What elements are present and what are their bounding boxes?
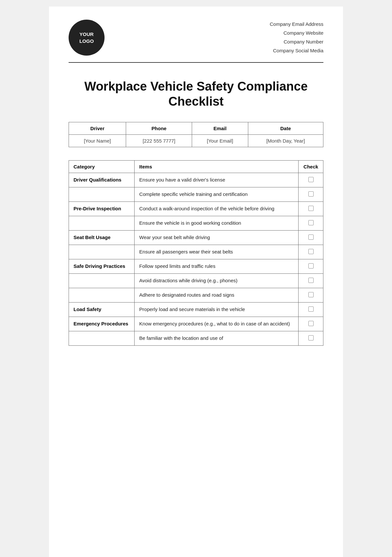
logo: YOUR LOGO [69, 20, 105, 56]
company-website: Company Website [270, 28, 323, 37]
checkbox-icon[interactable] [308, 292, 314, 297]
checklist-check-cell[interactable] [299, 216, 323, 231]
checklist-category: Load Safety [69, 303, 135, 317]
company-email: Company Email Address [270, 20, 323, 28]
checklist-header-items: Items [135, 161, 299, 173]
checklist-item: Adhere to designated routes and road sig… [135, 288, 299, 303]
checklist-item: Ensure you have a valid driver's license [135, 173, 299, 187]
checklist-row: Ensure all passengers wear their seat be… [69, 245, 323, 259]
checklist-row: Avoid distractions while driving (e.g., … [69, 274, 323, 288]
checklist-item: Wear your seat belt while driving [135, 231, 299, 245]
info-table-header-row: Driver Phone Email Date [69, 122, 323, 135]
info-header-date: Date [248, 122, 323, 135]
checklist-check-cell[interactable] [299, 288, 323, 303]
logo-line2: LOGO [79, 38, 94, 44]
checklist-check-cell[interactable] [299, 231, 323, 245]
checklist-row: Load SafetyProperly load and secure mate… [69, 303, 323, 317]
checklist-row: Driver QualificationsEnsure you have a v… [69, 173, 323, 187]
checklist-category [69, 331, 135, 346]
checkbox-icon[interactable] [308, 177, 314, 182]
checklist-check-cell[interactable] [299, 245, 323, 259]
checklist-category [69, 288, 135, 303]
checklist-header-row: Category Items Check [69, 161, 323, 173]
checkbox-icon[interactable] [308, 206, 314, 211]
checkbox-icon[interactable] [308, 321, 314, 326]
checklist-item: Ensure all passengers wear their seat be… [135, 245, 299, 259]
checkbox-icon[interactable] [308, 191, 314, 197]
checklist-category [69, 245, 135, 259]
info-email-value: [Your Email] [192, 135, 248, 147]
info-table-data-row: [Your Name] [222 555 7777] [Your Email] … [69, 135, 323, 147]
checklist-check-cell[interactable] [299, 303, 323, 317]
checklist-row: Adhere to designated routes and road sig… [69, 288, 323, 303]
checklist-row: Ensure the vehicle is in good working co… [69, 216, 323, 231]
checkbox-icon[interactable] [308, 235, 314, 240]
checklist-check-cell[interactable] [299, 173, 323, 187]
checklist-header-category: Category [69, 161, 135, 173]
checklist-category [69, 274, 135, 288]
checklist-category: Seat Belt Usage [69, 231, 135, 245]
checklist-check-cell[interactable] [299, 331, 323, 346]
checkbox-icon[interactable] [308, 220, 314, 225]
checklist-check-cell[interactable] [299, 259, 323, 274]
document-title: Workplace Vehicle Safety Compliance Chec… [69, 79, 323, 109]
checklist-row: Safe Driving PracticesFollow speed limit… [69, 259, 323, 274]
checklist-category: Emergency Procedures [69, 317, 135, 331]
checklist-category: Pre-Drive Inspection [69, 202, 135, 216]
checklist-row: Be familiar with the location and use of [69, 331, 323, 346]
checklist-row: Emergency ProceduresKnow emergency proce… [69, 317, 323, 331]
info-date-value: [Month Day, Year] [248, 135, 323, 147]
checklist-item: Complete specific vehicle training and c… [135, 187, 299, 202]
checklist-item: Be familiar with the location and use of [135, 331, 299, 346]
checklist-item: Know emergency procedures (e.g., what to… [135, 317, 299, 331]
checklist-table: Category Items Check Driver Qualificatio… [69, 160, 323, 346]
logo-line1: YOUR [79, 31, 93, 38]
info-header-email: Email [192, 122, 248, 135]
checkbox-icon[interactable] [308, 306, 314, 312]
company-number: Company Number [270, 37, 323, 46]
checkbox-icon[interactable] [308, 263, 314, 269]
checkbox-icon[interactable] [308, 335, 314, 340]
info-table: Driver Phone Email Date [Your Name] [222… [69, 122, 323, 147]
checkbox-icon[interactable] [308, 278, 314, 283]
checklist-category [69, 187, 135, 202]
checklist-check-cell[interactable] [299, 202, 323, 216]
checklist-item: Follow speed limits and traffic rules [135, 259, 299, 274]
header: YOUR LOGO Company Email Address Company … [69, 20, 323, 56]
info-header-driver: Driver [69, 122, 126, 135]
header-divider [69, 62, 323, 63]
checklist-row: Complete specific vehicle training and c… [69, 187, 323, 202]
company-info: Company Email Address Company Website Co… [270, 20, 323, 55]
checklist-check-cell[interactable] [299, 317, 323, 331]
info-driver-value: [Your Name] [69, 135, 126, 147]
checklist-category: Driver Qualifications [69, 173, 135, 187]
checklist-item: Ensure the vehicle is in good working co… [135, 216, 299, 231]
checklist-check-cell[interactable] [299, 274, 323, 288]
checklist-category: Safe Driving Practices [69, 259, 135, 274]
checklist-row: Pre-Drive InspectionConduct a walk-aroun… [69, 202, 323, 216]
checklist-check-cell[interactable] [299, 187, 323, 202]
checkbox-icon[interactable] [308, 249, 314, 254]
info-phone-value: [222 555 7777] [126, 135, 192, 147]
info-header-phone: Phone [126, 122, 192, 135]
page: YOUR LOGO Company Email Address Company … [49, 7, 343, 557]
checklist-header-check: Check [299, 161, 323, 173]
checklist-item: Avoid distractions while driving (e.g., … [135, 274, 299, 288]
checklist-item: Conduct a walk-around inspection of the … [135, 202, 299, 216]
checklist-item: Properly load and secure materials in th… [135, 303, 299, 317]
company-social: Company Social Media [270, 46, 323, 55]
checklist-category [69, 216, 135, 231]
checklist-row: Seat Belt UsageWear your seat belt while… [69, 231, 323, 245]
